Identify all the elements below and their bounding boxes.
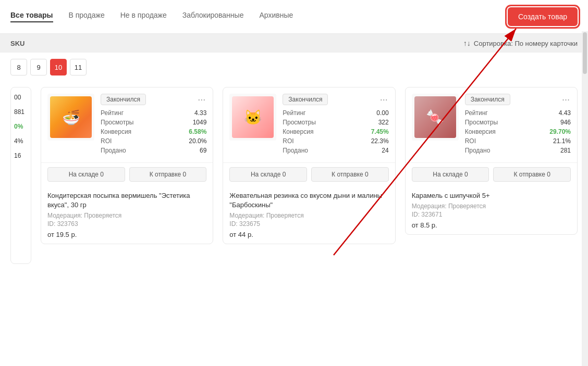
stat-roi-value-3: 21.1% [553, 137, 571, 145]
stat-views-value-1: 1049 [193, 119, 207, 126]
tab-on-sale[interactable]: В продаже [69, 11, 105, 22]
sort-label[interactable]: ↑↓ Сортировка: По номеру карточки [463, 39, 578, 47]
product-image-1 [47, 94, 94, 141]
stat-conversion-label-1: Конверсия [101, 128, 131, 135]
stat-conversion-value-3: 29.70% [549, 128, 571, 135]
pagination-row: 8 9 10 11 [0, 53, 588, 82]
product-thumbnail-2 [232, 96, 274, 138]
delivery-button-1[interactable]: К отправке 0 [129, 167, 207, 182]
product-image-2 [229, 94, 276, 141]
stat-conversion-1: Конверсия 6.58% [101, 128, 206, 135]
stat-conversion-label-3: Конверсия [465, 128, 496, 135]
sku-label: SKU [10, 40, 24, 47]
stat-rating-value-1: 4.33 [194, 109, 206, 117]
page-btn-11[interactable]: 11 [70, 59, 87, 75]
stat-roi-label-3: ROI [465, 137, 476, 145]
card-top-row-2: Закончился ··· [283, 94, 388, 105]
card-id-1: ID: 323763 [47, 220, 206, 228]
toolbar-row: SKU ↑↓ Сортировка: По номеру карточки [0, 34, 588, 53]
stat-views-label-3: Просмотры [465, 119, 498, 126]
tabs-list: Все товары В продаже Не в продаже Заблок… [10, 11, 508, 22]
stat-views-label-2: Просмотры [283, 119, 315, 126]
stat-views-value-3: 946 [560, 119, 571, 126]
stat-views-label-1: Просмотры [101, 119, 133, 126]
tab-all-products[interactable]: Все товары [10, 11, 53, 22]
card-header-1: Закончился ··· Рейтинг 4.33 Просмотры 10… [41, 87, 213, 162]
card-info-1: Кондитерская посыпка вермишель "Эстетика… [41, 186, 213, 244]
tab-archive[interactable]: Архивные [259, 11, 293, 22]
delivery-button-2[interactable]: К отправке 0 [311, 167, 389, 182]
card-top-row-1: Закончился ··· [101, 94, 206, 105]
stat-rating-2: Рейтинг 0.00 [283, 109, 388, 117]
create-product-button[interactable]: Создать товар [508, 7, 578, 26]
stat-conversion-value-1: 6.58% [189, 128, 206, 135]
stat-sold-1: Продано 69 [101, 147, 206, 154]
more-options-button-1[interactable]: ··· [197, 95, 206, 104]
card-price-1: от 19.5 р. [47, 231, 206, 238]
card-moderation-2: Модерация: Проверяется [229, 212, 388, 219]
stat-rating-1: Рейтинг 4.33 [101, 109, 206, 117]
card-stats-3: Закончился ··· Рейтинг 4.43 Просмотры 94… [465, 94, 571, 156]
more-options-button-3[interactable]: ··· [561, 95, 571, 104]
delivery-button-3[interactable]: К отправке 0 [493, 167, 571, 182]
card-price-3: от 8.5 р. [412, 221, 571, 229]
stat-sold-label-1: Продано [101, 147, 126, 154]
stat-sold-3: Продано 281 [465, 147, 571, 154]
page-btn-9[interactable]: 9 [30, 59, 47, 75]
card-top-row-3: Закончился ··· [465, 94, 571, 105]
tabs-bar: Все товары В продаже Не в продаже Заблок… [0, 0, 588, 34]
stock-row-1: На складе 0 К отправке 0 [41, 162, 213, 186]
stat-roi-1: ROI 20.0% [101, 137, 206, 145]
tab-not-on-sale[interactable]: Не в продаже [120, 11, 167, 22]
page-btn-8[interactable]: 8 [10, 59, 27, 75]
page-wrapper: Все товары В продаже Не в продаже Заблок… [0, 0, 588, 366]
stock-button-1[interactable]: На складе 0 [47, 167, 125, 182]
card-title-2[interactable]: Жевательная резинка со вкусом дыни и мал… [229, 191, 388, 210]
stat-views-2: Просмотры 322 [283, 119, 388, 126]
stat-sold-2: Продано 24 [283, 147, 388, 154]
status-badge-2: Закончился [283, 94, 328, 105]
scrollbar[interactable] [582, 31, 588, 366]
stat-rating-3: Рейтинг 4.43 [465, 109, 571, 117]
card-moderation-1: Модерация: Проверяется [47, 212, 206, 219]
card-header-2: Закончился ··· Рейтинг 0.00 Просмотры 32… [223, 87, 395, 162]
card-info-2: Жевательная резинка со вкусом дыни и мал… [223, 186, 395, 244]
product-card-2: Закончился ··· Рейтинг 0.00 Просмотры 32… [223, 87, 395, 244]
card-header-3: Закончился ··· Рейтинг 4.43 Просмотры 94… [406, 87, 577, 162]
scroll-thumb[interactable] [583, 32, 587, 74]
card-info-3: Карамель с шипучкой 5+ Модерация: Провер… [406, 186, 577, 234]
card-price-2: от 44 р. [229, 231, 388, 238]
stat-rating-label-1: Рейтинг [101, 109, 124, 117]
stock-button-3[interactable]: На складе 0 [412, 167, 489, 182]
card-title-1[interactable]: Кондитерская посыпка вермишель "Эстетика… [47, 191, 206, 210]
card-stats-1: Закончился ··· Рейтинг 4.33 Просмотры 10… [101, 94, 206, 156]
sort-icon: ↑↓ [463, 39, 471, 47]
stat-roi-label-2: ROI [283, 137, 293, 145]
stat-sold-value-3: 281 [560, 147, 571, 154]
stat-rating-value-3: 4.43 [559, 109, 571, 117]
partial-left-card: 00 881 0% 4% 16 [10, 87, 31, 264]
stat-sold-value-1: 69 [200, 147, 206, 154]
stat-conversion-label-2: Конверсия [283, 128, 313, 135]
stat-roi-value-2: 22.3% [371, 137, 389, 145]
card-title-3[interactable]: Карамель с шипучкой 5+ [412, 191, 571, 200]
stat-views-1: Просмотры 1049 [101, 119, 206, 126]
stat-roi-value-1: 20.0% [189, 137, 206, 145]
product-card-1: Закончился ··· Рейтинг 4.33 Просмотры 10… [41, 87, 213, 244]
stat-rating-label-3: Рейтинг [465, 109, 488, 117]
status-badge-3: Закончился [465, 94, 510, 105]
card-id-2: ID: 323675 [229, 220, 388, 228]
stat-rating-value-2: 0.00 [376, 109, 388, 117]
partial-row-1: 00 [14, 94, 28, 101]
stat-roi-2: ROI 22.3% [283, 137, 388, 145]
card-stats-2: Закончился ··· Рейтинг 0.00 Просмотры 32… [283, 94, 388, 156]
stock-row-2: На складе 0 К отправке 0 [223, 162, 395, 186]
more-options-button-2[interactable]: ··· [379, 95, 389, 104]
tab-blocked[interactable]: Заблокированные [182, 11, 244, 22]
page-btn-10[interactable]: 10 [50, 59, 67, 75]
stock-button-2[interactable]: На складе 0 [229, 167, 307, 182]
stat-roi-label-1: ROI [101, 137, 112, 145]
product-thumbnail-3 [414, 96, 456, 138]
stat-rating-label-2: Рейтинг [283, 109, 305, 117]
product-image-3 [412, 94, 459, 141]
